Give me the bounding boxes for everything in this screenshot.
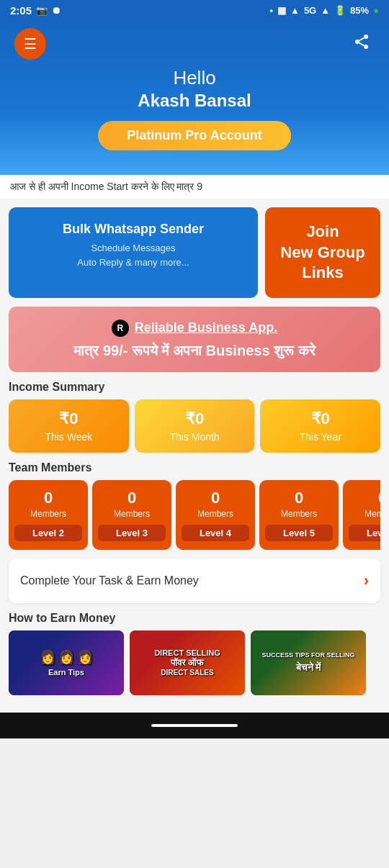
svg-line-4 <box>359 38 365 41</box>
team-count-l4: 0 <box>182 489 249 507</box>
income-summary-title: Income Summary <box>9 381 380 394</box>
bottom-indicator <box>151 724 238 727</box>
income-week-card: ₹0 This Week <box>9 399 129 453</box>
team-count-l5: 0 <box>265 489 333 507</box>
how-to-earn-section: How to Earn Money 👩👩👩 Earn Tips DIRECT S… <box>9 612 380 695</box>
dot-icon: • <box>269 5 273 16</box>
banner-title-text: Reliable Business App. <box>135 320 277 335</box>
video-thumb-3[interactable]: SUCCESS TIPS FOR SELLING बेचने में <box>251 630 366 695</box>
team-card-level5[interactable]: 0 Members Level 5 <box>259 480 339 550</box>
user-name: Akash Bansal <box>14 91 375 111</box>
team-level-l6: Level 6 <box>349 525 380 541</box>
banner-subtitle: मात्र 99/- रूपये में अपना Business शुरू … <box>23 343 366 359</box>
camera-icon: 📷 <box>36 5 48 16</box>
battery-icon: 🔋 <box>334 5 346 16</box>
business-banner[interactable]: R Reliable Business App. मात्र 99/- रूपय… <box>9 307 380 372</box>
bottom-bar <box>0 713 389 738</box>
ticker-bar: आज से ही अपनी Income Start करने के लिए म… <box>0 175 389 199</box>
status-time: 2:05 <box>10 4 32 17</box>
share-icon <box>353 33 370 55</box>
team-label-l4: Members <box>182 509 249 519</box>
status-right: • ▦ ▲ 5G ▲ 🔋 85% ● <box>269 5 379 16</box>
task-banner[interactable]: Complete Your Task & Earn Money › <box>9 559 380 603</box>
record-icon: ⏺ <box>52 5 61 16</box>
video-label-2: DIRECT SELLING पॉवर ऑफ DIRECT SALES <box>150 644 225 681</box>
team-label-l6: Members <box>349 509 380 519</box>
bulk-card-sub1: Schedule Messages <box>19 241 248 256</box>
reliable-icon: R <box>112 320 129 337</box>
video-thumbnails-row: 👩👩👩 Earn Tips DIRECT SELLING पॉवर ऑफ DIR… <box>9 630 380 695</box>
earn-section-title: How to Earn Money <box>9 612 380 625</box>
bulk-card-title: Bulk Whatsapp Sender <box>19 222 248 237</box>
team-count-l6: 0 <box>349 489 380 507</box>
account-badge: Platinum Pro Account <box>98 121 290 150</box>
greeting-text: Hello <box>14 67 375 89</box>
team-members-row: 0 Members Level 2 0 Members Level 3 0 Me… <box>9 480 380 550</box>
income-week-amount: ₹0 <box>14 410 123 428</box>
svg-point-0 <box>364 35 368 39</box>
battery-dot: ● <box>373 5 379 16</box>
income-month-label: This Month <box>140 431 249 443</box>
join-group-card[interactable]: Join New Group Links <box>265 207 380 298</box>
grid-icon: ▦ <box>277 5 286 16</box>
ticker-text: आज से ही अपनी Income Start करने के लिए म… <box>10 181 202 192</box>
header: ☰ Hello Akash Bansal Platinum Pro Accoun… <box>0 21 389 175</box>
income-week-label: This Week <box>14 431 123 443</box>
team-label-l3: Members <box>98 509 166 519</box>
team-level-l5: Level 5 <box>265 525 333 541</box>
team-label-l2: Members <box>14 509 82 519</box>
feature-cards-row: Bulk Whatsapp Sender Schedule Messages A… <box>9 207 380 298</box>
svg-point-1 <box>355 40 359 44</box>
team-card-level4[interactable]: 0 Members Level 4 <box>176 480 255 550</box>
team-card-level6[interactable]: 0 Members Level 6 <box>343 480 380 550</box>
status-left: 2:05 📷 ⏺ <box>10 4 61 17</box>
header-top: ☰ <box>14 28 375 60</box>
video-thumb-1[interactable]: 👩👩👩 Earn Tips <box>9 630 124 695</box>
svg-line-3 <box>359 43 365 46</box>
video-label-3: SUCCESS TIPS FOR SELLING बेचने में <box>257 647 359 678</box>
income-year-card: ₹0 This Year <box>260 399 380 453</box>
network-type: 5G <box>304 5 316 16</box>
income-year-label: This Year <box>266 431 375 443</box>
banner-title: R Reliable Business App. <box>23 320 366 337</box>
hamburger-icon: ☰ <box>24 35 37 53</box>
join-card-text: Join New Group Links <box>280 222 365 284</box>
bulk-card-sub2: Auto Reply & many more... <box>19 256 248 270</box>
share-button[interactable] <box>349 31 375 57</box>
menu-button[interactable]: ☰ <box>14 28 46 60</box>
signal-strength-icon: ▲ <box>290 5 300 16</box>
task-arrow-icon: › <box>364 571 369 590</box>
team-card-level2[interactable]: 0 Members Level 2 <box>9 480 88 550</box>
status-bar: 2:05 📷 ⏺ • ▦ ▲ 5G ▲ 🔋 85% ● <box>0 0 389 21</box>
income-year-amount: ₹0 <box>266 410 375 428</box>
battery-level: 85% <box>350 5 369 16</box>
team-label-l5: Members <box>265 509 333 519</box>
team-level-l3: Level 3 <box>98 525 166 541</box>
income-month-amount: ₹0 <box>140 410 249 428</box>
main-content: Bulk Whatsapp Sender Schedule Messages A… <box>0 199 389 713</box>
team-members-title: Team Members <box>9 461 380 474</box>
wifi-icon: ▲ <box>321 5 330 16</box>
team-level-l2: Level 2 <box>14 525 82 541</box>
video-thumb-2[interactable]: DIRECT SELLING पॉवर ऑफ DIRECT SALES <box>130 630 245 695</box>
team-level-l4: Level 4 <box>182 525 249 541</box>
video-label-1: 👩👩👩 Earn Tips <box>35 645 97 681</box>
svg-point-2 <box>364 45 368 49</box>
income-month-card: ₹0 This Month <box>135 399 255 453</box>
bulk-whatsapp-card[interactable]: Bulk Whatsapp Sender Schedule Messages A… <box>9 207 258 298</box>
team-count-l3: 0 <box>98 489 166 507</box>
task-banner-text: Complete Your Task & Earn Money <box>20 574 199 587</box>
team-count-l2: 0 <box>14 489 82 507</box>
income-cards-row: ₹0 This Week ₹0 This Month ₹0 This Year <box>9 399 380 453</box>
team-card-level3[interactable]: 0 Members Level 3 <box>92 480 171 550</box>
